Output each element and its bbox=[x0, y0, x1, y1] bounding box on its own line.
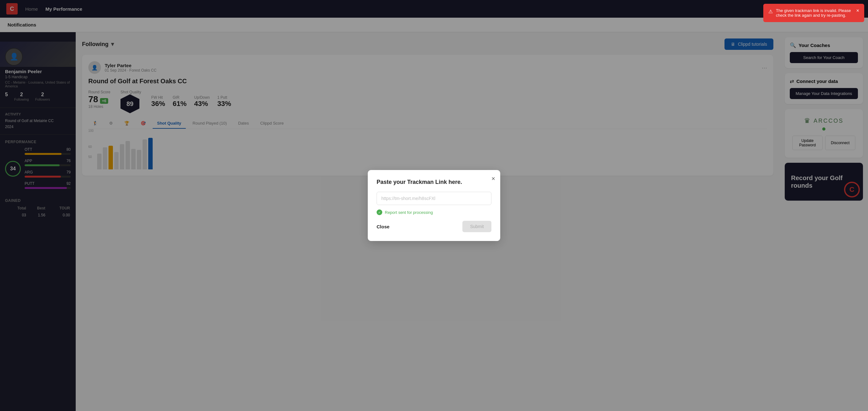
toast-warning-icon: ⚠ bbox=[768, 8, 773, 14]
success-checkmark-icon: ✓ bbox=[377, 210, 382, 215]
modal-close-x-button[interactable]: × bbox=[491, 175, 495, 182]
modal-submit-button[interactable]: Submit bbox=[462, 221, 491, 232]
modal-actions: Close Submit bbox=[377, 221, 491, 232]
trackman-link-input[interactable] bbox=[377, 192, 491, 205]
toast-error: ⚠ The given trackman link is invalid. Pl… bbox=[763, 4, 864, 22]
modal-close-button[interactable]: Close bbox=[377, 224, 390, 229]
success-text: Report sent for processing bbox=[385, 210, 433, 215]
modal-title: Paste your Trackman Link here. bbox=[377, 179, 491, 186]
toast-message: The given trackman link is invalid. Plea… bbox=[776, 8, 853, 18]
modal-success-message: ✓ Report sent for processing bbox=[377, 210, 491, 215]
toast-close-button[interactable]: × bbox=[856, 8, 859, 13]
trackman-modal: Paste your Trackman Link here. × ✓ Repor… bbox=[368, 170, 500, 241]
modal-overlay[interactable]: Paste your Trackman Link here. × ✓ Repor… bbox=[0, 0, 868, 411]
